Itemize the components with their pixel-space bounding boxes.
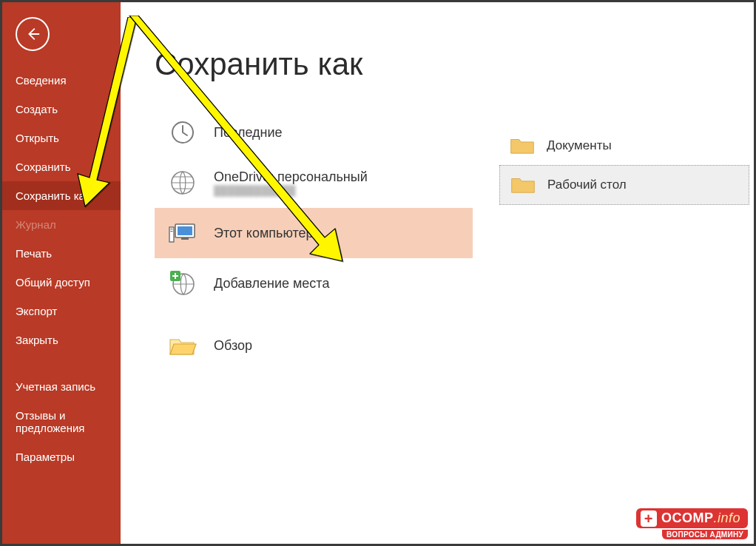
sidebar-item-feedback[interactable]: Отзывы и предложения — [2, 401, 121, 442]
sidebar-item-new[interactable]: Создать — [2, 95, 121, 124]
sidebar-label: Отзывы и предложения — [16, 409, 85, 434]
sidebar-label: Сведения — [16, 74, 67, 87]
backstage-main: Сохранить как Последние OneDrive: персон… — [121, 2, 754, 544]
sidebar-item-export[interactable]: Экспорт — [2, 297, 121, 326]
storage-label: OneDrive: персональный — [214, 169, 368, 185]
folder-documents[interactable]: Документы — [499, 127, 749, 165]
source-watermark: + OCOMP.info ВОПРОСЫ АДМИНУ — [636, 508, 748, 539]
folder-icon — [510, 135, 535, 156]
sidebar-item-history: Журнал — [2, 210, 121, 239]
sidebar-label: Экспорт — [16, 305, 57, 317]
sidebar-label: Журнал — [16, 218, 56, 231]
clock-icon — [168, 118, 198, 147]
folder-desktop[interactable]: Рабочий стол — [499, 165, 749, 205]
sidebar-label: Параметры — [16, 451, 75, 463]
folder-icon — [510, 175, 536, 195]
brand-suffix: .info — [713, 510, 740, 525]
sidebar-item-account[interactable]: Учетная запись — [2, 372, 121, 401]
arrow-left-icon — [24, 26, 41, 42]
sidebar-label: Закрыть — [16, 334, 58, 346]
back-button[interactable] — [16, 17, 50, 51]
onedrive-icon — [168, 168, 198, 198]
sidebar-item-share[interactable]: Общий доступ — [2, 268, 121, 297]
backstage-sidebar: Сведения Создать Открыть Сохранить Сохра… — [2, 2, 121, 544]
sidebar-item-options[interactable]: Параметры — [2, 442, 121, 471]
svg-rect-7 — [171, 231, 173, 232]
storage-add-place[interactable]: Добавление места — [155, 258, 473, 309]
app-frame: Презентация1 - PowerPoint Сведения Созда… — [0, 0, 756, 546]
storage-sublabel: ████████████ — [214, 185, 368, 196]
sidebar-item-print[interactable]: Печать — [2, 239, 121, 268]
sidebar-item-open[interactable]: Открыть — [2, 124, 121, 152]
folder-open-icon — [168, 331, 198, 360]
sidebar-label: Общий доступ — [16, 276, 90, 289]
sidebar-item-close[interactable]: Закрыть — [2, 326, 121, 354]
svg-rect-4 — [181, 237, 189, 240]
storage-label: Обзор — [214, 338, 252, 354]
sidebar-label: Печать — [16, 247, 52, 260]
folder-label: Рабочий стол — [547, 178, 627, 192]
folder-shortcuts: Документы Рабочий стол — [499, 127, 749, 205]
plus-icon: + — [641, 510, 657, 527]
storage-label: Этот компьютер — [214, 226, 314, 241]
this-pc-icon — [168, 218, 198, 248]
sidebar-label: Сохранить — [16, 161, 71, 173]
storage-label: Последние — [214, 125, 283, 141]
add-place-icon — [168, 269, 198, 298]
svg-rect-6 — [171, 229, 173, 229]
brand-main: OCOMP — [661, 510, 714, 525]
sidebar-item-info[interactable]: Сведения — [2, 66, 121, 95]
sidebar-label: Открыть — [16, 132, 59, 144]
brand-tagline: ВОПРОСЫ АДМИНУ — [662, 530, 748, 539]
sidebar-item-saveas[interactable]: Сохранить как — [2, 181, 121, 210]
folder-label: Документы — [547, 138, 612, 153]
sidebar-label: Учетная запись — [16, 380, 95, 393]
storage-onedrive[interactable]: OneDrive: персональный ████████████ — [155, 158, 473, 208]
storage-this-pc[interactable]: Этот компьютер — [155, 208, 473, 258]
storage-recent[interactable]: Последние — [155, 107, 473, 158]
storage-list: Последние OneDrive: персональный ███████… — [155, 107, 473, 371]
sidebar-label: Создать — [16, 103, 58, 115]
sidebar-item-save[interactable]: Сохранить — [2, 152, 121, 181]
storage-label: Добавление места — [214, 276, 329, 291]
page-title: Сохранить как — [155, 47, 754, 82]
sidebar-label: Сохранить как — [16, 189, 90, 202]
svg-rect-3 — [178, 226, 192, 235]
storage-browse[interactable]: Обзор — [155, 320, 473, 371]
